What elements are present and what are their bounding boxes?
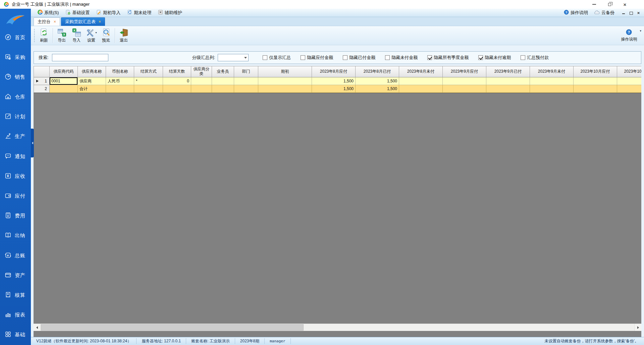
selected-cell[interactable]: 0001: [50, 77, 78, 85]
tab-purchase-payment-summary[interactable]: 采购货款汇总表×: [61, 17, 105, 26]
menu-item-system[interactable]: 系统(S): [34, 9, 62, 17]
menu-item-aux-maintenance[interactable]: 辅助维护: [155, 9, 185, 17]
cell-category[interactable]: [191, 77, 212, 85]
sidebar-item-plan[interactable]: 计划: [0, 111, 31, 123]
sidebar-collapse-handle[interactable]: [31, 129, 34, 157]
cell-sales[interactable]: [212, 77, 234, 85]
search-input[interactable]: [52, 54, 108, 61]
cell-m8_unpaid[interactable]: [399, 85, 443, 93]
scroll-right-button[interactable]: [634, 324, 641, 331]
cell-currency[interactable]: 人民币: [106, 77, 134, 85]
sidebar-item-accounting[interactable]: ¥核算: [0, 289, 31, 301]
sidebar-item-asset[interactable]: 资产: [0, 269, 31, 281]
menu-item-period-end[interactable]: 期末处理: [124, 9, 155, 17]
settings-button[interactable]: ▾设置: [84, 27, 99, 44]
cell-currency[interactable]: [106, 85, 134, 93]
checkbox-box[interactable]: [301, 55, 305, 60]
col-header-days[interactable]: 结算天数: [163, 66, 191, 77]
col-header-m9_unpaid[interactable]: 2023年9月未付: [530, 66, 574, 77]
cell-m9_unpaid[interactable]: [530, 77, 574, 85]
mdi-close-button[interactable]: ×: [636, 11, 641, 15]
checkbox-box[interactable]: [521, 55, 525, 60]
mdi-restore-button[interactable]: [629, 11, 633, 15]
tab-main-console[interactable]: 主控台×: [34, 17, 60, 26]
refresh-button[interactable]: 刷新: [37, 27, 51, 44]
col-header-code[interactable]: 供应商代码: [50, 66, 78, 77]
checkbox-box[interactable]: [263, 55, 267, 60]
restore-button[interactable]: [602, 0, 617, 9]
sidebar-item-sales[interactable]: 销售: [0, 71, 31, 83]
cell-m10_paid[interactable]: [617, 85, 641, 93]
cell-m9_paid[interactable]: [486, 85, 530, 93]
sidebar-item-home[interactable]: 首页: [0, 31, 31, 44]
horizontal-scrollbar[interactable]: [34, 324, 641, 331]
cell-m10_pay[interactable]: [574, 77, 617, 85]
close-tab-icon[interactable]: ×: [99, 20, 101, 24]
sidebar-item-cashier[interactable]: 出纳: [0, 230, 31, 242]
cell-m8_pay[interactable]: 1,500: [312, 77, 356, 85]
col-header-m8_pay[interactable]: 2023年8月应付: [312, 66, 356, 77]
minimize-button[interactable]: [586, 0, 602, 9]
sidebar-item-ledger[interactable]: ¥总账: [0, 250, 31, 262]
col-header-m9_pay[interactable]: 2023年9月应付: [443, 66, 486, 77]
checkbox-hide-quarterly[interactable]: 隐藏所有季度金额: [427, 55, 469, 61]
toolbar-help-button[interactable]: ? 操作说明: [621, 29, 637, 42]
checkbox-hide-unpaid[interactable]: 隐藏未付金额: [385, 55, 418, 61]
cell-dept[interactable]: [234, 85, 258, 93]
checkbox-hide-paid[interactable]: 隐藏已付金额: [343, 55, 375, 61]
group-summary-select[interactable]: [218, 54, 249, 61]
cell-method[interactable]: [134, 85, 163, 93]
sidebar-item-expense[interactable]: ¥费用: [0, 210, 31, 222]
checkbox-box[interactable]: [343, 55, 347, 60]
col-header-method[interactable]: 结算方式: [134, 66, 163, 77]
preview-button[interactable]: 预览: [99, 27, 113, 44]
close-tab-icon[interactable]: ×: [54, 20, 56, 24]
row-handle-cell[interactable]: 2: [34, 85, 50, 93]
cell-sales[interactable]: [212, 85, 234, 93]
menu-item-cloud-backup[interactable]: 云备份: [591, 10, 618, 16]
checkbox-only-summary[interactable]: 仅显示汇总: [263, 55, 291, 61]
cell-m8_pay[interactable]: 1,500: [312, 85, 356, 93]
col-header-sales[interactable]: 业务员: [212, 66, 234, 77]
cell-days[interactable]: [163, 85, 191, 93]
col-header-category[interactable]: 供应商分类: [191, 66, 212, 77]
scroll-left-button[interactable]: [34, 324, 41, 331]
cell-name[interactable]: 合计: [78, 85, 106, 93]
exit-button[interactable]: 退出: [116, 27, 131, 44]
menu-item-basic-settings[interactable]: 基础设置: [62, 9, 93, 17]
cell-m8_unpaid[interactable]: [399, 77, 443, 85]
cell-opening[interactable]: [258, 77, 312, 85]
cell-days[interactable]: 0: [163, 77, 191, 85]
export-button[interactable]: X导出: [54, 27, 69, 44]
col-header-m8_paid[interactable]: 2023年8月已付: [356, 66, 399, 77]
sidebar-item-production[interactable]: 生产: [0, 131, 31, 143]
col-header-m10_paid[interactable]: 2023年10月已付: [617, 66, 641, 77]
sidebar-item-receivable[interactable]: ¥应收: [0, 170, 31, 182]
cell-m9_unpaid[interactable]: [530, 85, 574, 93]
sidebar-item-purchase[interactable]: 采购: [0, 51, 31, 63]
cell-m9_paid[interactable]: [486, 77, 530, 85]
cell-name[interactable]: 供应商: [78, 77, 106, 85]
cell-m9_pay[interactable]: [443, 77, 486, 85]
sidebar-item-notice[interactable]: 通知: [0, 150, 31, 162]
col-header-name[interactable]: 供应商名称: [78, 66, 106, 77]
checkbox-summarize-prepay[interactable]: 汇总预付款: [521, 55, 549, 61]
sidebar-item-basic[interactable]: 基础: [0, 329, 31, 341]
checkbox-hide-overdue[interactable]: 隐藏未付逾期: [478, 55, 511, 61]
checkbox-hide-payable[interactable]: 隐藏应付金额: [301, 55, 333, 61]
mdi-minimize-button[interactable]: [622, 11, 626, 15]
menu-item-help[interactable]: ?操作说明: [561, 10, 591, 16]
col-header-m10_pay[interactable]: 2023年10月应付: [574, 66, 617, 77]
cell-method[interactable]: *: [134, 77, 163, 85]
checkbox-box[interactable]: [478, 55, 483, 60]
col-header-m8_unpaid[interactable]: 2023年8月未付: [399, 66, 443, 77]
cell-m9_pay[interactable]: [443, 85, 486, 93]
sidebar-item-warehouse[interactable]: 仓库: [0, 91, 31, 103]
row-handle-cell[interactable]: 1: [34, 77, 50, 85]
toolbar-overflow-icon[interactable]: ▾: [640, 29, 641, 32]
cell-code[interactable]: [50, 85, 78, 93]
col-header-dept[interactable]: 部门: [234, 66, 258, 77]
checkbox-box[interactable]: [427, 55, 432, 60]
col-header-m9_paid[interactable]: 2023年9月已付: [486, 66, 530, 77]
cell-category[interactable]: [191, 85, 212, 93]
